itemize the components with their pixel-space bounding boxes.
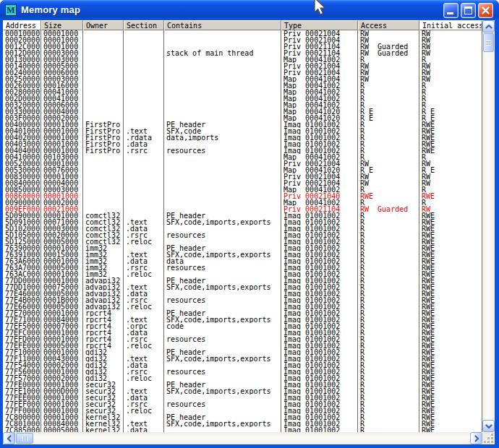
cell-owner: rpcrt4 bbox=[83, 316, 124, 323]
cell-access: R bbox=[358, 316, 419, 323]
table-row[interactable]: 77E7100000084000rpcrt4.textSFX,code,impo… bbox=[3, 316, 482, 323]
cell-contains bbox=[164, 238, 281, 245]
table-row[interactable]: 77E4B0000001B000advapi32.rsrcresourcesIm… bbox=[3, 297, 482, 303]
table-row[interactable]: 0053000000076000Map 00041020R ER E bbox=[3, 167, 482, 173]
cell-contains bbox=[164, 95, 281, 102]
table-row[interactable]: 77FF000000001000secur32.relocImag 010010… bbox=[3, 408, 482, 414]
table-row[interactable]: 77E7000000001000rpcrt4PE headerImag 0100… bbox=[3, 310, 482, 316]
table-row[interactable]: 77DD100000075000advapi32.textSFX,code,im… bbox=[3, 284, 482, 290]
table-row[interactable]: 7C88500000005000kernel32.dataImag 010010… bbox=[3, 427, 482, 432]
table-row[interactable]: 5D10500000020000comctl32.rsrcresourcesIm… bbox=[3, 232, 482, 238]
table-row[interactable]: 7639100000015000imm32.textSFX,code,impor… bbox=[3, 251, 482, 258]
table-row[interactable]: 0012D00000003000stack of main threadPriv… bbox=[3, 50, 482, 56]
table-row[interactable]: 009EF00000021000Priv 00021104RW GuardedR… bbox=[3, 206, 482, 212]
table-row[interactable]: 77EFE00000005000rpcrt4.relocImag 0100100… bbox=[3, 343, 482, 349]
table-row[interactable]: 0026000000016000Map 00041002RR bbox=[3, 82, 482, 89]
table-row[interactable]: 0083000000001000Priv 00021004RWRW bbox=[3, 173, 482, 180]
table-row[interactable]: 763A700000005000imm32.rsrcresourcesImag … bbox=[3, 264, 482, 271]
table-row[interactable]: 77F1100000043000gdi32.textSFX,code,impor… bbox=[3, 356, 482, 362]
table-row[interactable]: 763A600000001000imm32.datadataImag 01001… bbox=[3, 258, 482, 264]
table-row[interactable]: 0084000000004000Priv 00021004RWRW bbox=[3, 180, 482, 186]
table-row[interactable]: 77E4600000005000advapi32.dataImag 010010… bbox=[3, 290, 482, 297]
column-header-address[interactable]: Address bbox=[3, 20, 41, 30]
table-row[interactable]: 0040200000001000FirstPro.rdatadata,impor… bbox=[3, 134, 482, 141]
table-row[interactable]: 0040400000001000FirstPro.rsrcresourcesIm… bbox=[3, 147, 482, 154]
table-row[interactable]: 7C80100000084000kernel32.textSFX,code,im… bbox=[3, 421, 482, 427]
vertical-scrollbar[interactable] bbox=[482, 20, 495, 432]
table-row[interactable]: 0028000000041000Map 00041002RR bbox=[3, 89, 482, 95]
table-row[interactable]: 0025000000003000Map 00041004RWRW bbox=[3, 76, 482, 82]
table-row[interactable]: 0041000000103000Map 00041002RR bbox=[3, 154, 482, 160]
cell-type: Map 00041002 bbox=[281, 199, 358, 206]
table-row[interactable]: 0024000000006000Priv 00021004RWRW bbox=[3, 69, 482, 76]
table-row[interactable]: 77FEE00000001000secur32.dataImag 0100100… bbox=[3, 395, 482, 401]
table-row[interactable]: 0032000000006000Map 00041002RR bbox=[3, 102, 482, 108]
table-row[interactable]: 77DD000000001000advapi32PE headerImag 01… bbox=[3, 277, 482, 284]
table-row[interactable]: 763AC00000001000imm32.relocImag 01001002… bbox=[3, 271, 482, 277]
table-row[interactable]: 0086000000001000Priv 00021040RWERWE bbox=[3, 193, 482, 199]
minimize-button[interactable] bbox=[443, 3, 459, 18]
table-row[interactable]: 0052000000001000Priv 00021004RWRW bbox=[3, 160, 482, 167]
title-bar[interactable]: M Memory map bbox=[0, 0, 499, 20]
cell-type: Imag 01001002 bbox=[281, 362, 358, 369]
table-row[interactable]: 5D09100000071000comctl32.textSFX,code,im… bbox=[3, 219, 482, 225]
table-row[interactable]: 0040300000001000FirstPro.dataImag 010010… bbox=[3, 141, 482, 147]
vertical-scroll-thumb[interactable] bbox=[483, 33, 494, 52]
cell-address: 77E66000 bbox=[3, 303, 41, 310]
cell-contains bbox=[164, 56, 281, 63]
table-row[interactable]: 77EFD00000001000rpcrt4.rsrcresourcesImag… bbox=[3, 336, 482, 343]
table-row[interactable]: 77F5700000002000gdi32.relocImag 01001002… bbox=[3, 375, 482, 382]
cell-initial: RWE bbox=[419, 264, 482, 271]
table-row[interactable]: 7639000000001000imm32PE headerImag 01001… bbox=[3, 245, 482, 251]
cell-size: 00041000 bbox=[41, 95, 83, 102]
table-row[interactable]: 7C80000000001000kernel32PE headerImag 01… bbox=[3, 414, 482, 421]
cell-access: R bbox=[358, 82, 419, 89]
table-row[interactable]: 77F5400000002000gdi32.dataImag 01001002R… bbox=[3, 362, 482, 369]
column-header-owner[interactable]: Owner bbox=[83, 20, 124, 30]
column-header-access[interactable]: Access bbox=[358, 20, 419, 30]
scroll-left-button[interactable] bbox=[3, 432, 15, 444]
column-header-initial-access[interactable]: Initial access bbox=[419, 20, 482, 30]
table-row[interactable]: 5D12500000005000comctl32.relocImag 01001… bbox=[3, 238, 482, 245]
scroll-up-button[interactable] bbox=[482, 20, 495, 33]
horizontal-scroll-thumb[interactable] bbox=[16, 433, 33, 444]
table-row[interactable]: 77F5600000001000gdi32.rsrcresourcesImag … bbox=[3, 369, 482, 375]
table-row[interactable]: 77F1000000001000gdi32PE headerImag 01001… bbox=[3, 349, 482, 356]
table-row[interactable]: 0040100000001000FirstPro.textSFX,codeIma… bbox=[3, 128, 482, 134]
table-row[interactable]: 0013000000003000Map 00041002RR bbox=[3, 56, 482, 63]
table-row[interactable]: 0085000000003000Map 00041002RR bbox=[3, 186, 482, 193]
cell-size: 00001000 bbox=[41, 414, 83, 421]
table-row[interactable]: 003F000000002000Map 00041020R ER E bbox=[3, 115, 482, 121]
cell-size: 00001000 bbox=[41, 193, 83, 199]
close-button[interactable] bbox=[478, 3, 493, 18]
table-row[interactable]: 0012C00000001000Priv 00021104RW GuardedR… bbox=[3, 43, 482, 50]
table-row[interactable]: 77FEF00000001000secur32.rsrcresourcesIma… bbox=[3, 401, 482, 408]
column-header-type[interactable]: Type bbox=[281, 20, 358, 30]
cell-initial: RWE bbox=[419, 290, 482, 297]
table-row[interactable]: 0001000000001000Priv 00021004RWRW bbox=[3, 30, 482, 37]
column-header-section[interactable]: Section bbox=[124, 20, 164, 30]
table-row[interactable]: 5D10200000003000comctl32.dataImag 010010… bbox=[3, 225, 482, 232]
table-row[interactable]: 77E6600000005000advapi32.relocImag 01001… bbox=[3, 303, 482, 310]
horizontal-scrollbar[interactable] bbox=[3, 432, 482, 444]
column-header-contains[interactable]: Contains bbox=[164, 20, 281, 30]
cell-access: RW Guarded bbox=[358, 206, 419, 212]
cell-type: Map 00041002 bbox=[281, 95, 358, 102]
table-row[interactable]: 0002000000001000Priv 00021004RWRW bbox=[3, 37, 482, 43]
maximize-button[interactable] bbox=[461, 3, 476, 18]
table-row[interactable]: 77FE10000000D000secur32.textSFX,code,imp… bbox=[3, 388, 482, 395]
table-row[interactable]: 5D09000000001000comctl32PE headerImag 01… bbox=[3, 212, 482, 219]
column-header-size[interactable]: Size bbox=[41, 20, 83, 30]
table-row[interactable]: 0040000000001000FirstProPE headerImag 01… bbox=[3, 121, 482, 128]
table-row[interactable]: 77FE000000001000secur32PE headerImag 010… bbox=[3, 382, 482, 388]
cell-contains bbox=[164, 395, 281, 401]
table-row[interactable]: 77EFC00000001000rpcrt4.dataImag 01001002… bbox=[3, 329, 482, 336]
scroll-down-button[interactable] bbox=[482, 420, 495, 432]
scroll-right-button[interactable] bbox=[470, 432, 482, 444]
table-row[interactable]: 0090000000002000Map 00041002RR bbox=[3, 199, 482, 206]
resize-grip[interactable] bbox=[482, 432, 495, 444]
table-row[interactable]: 0014000000005000Priv 00021004RWRW bbox=[3, 63, 482, 69]
table-row[interactable]: 002D000000041000Map 00041002RR bbox=[3, 95, 482, 102]
table-row[interactable]: 77EF500000007000rpcrt4.orpccodeImag 0100… bbox=[3, 323, 482, 329]
table-row[interactable]: 0033000000004000Map 00041020R ER E bbox=[3, 108, 482, 115]
